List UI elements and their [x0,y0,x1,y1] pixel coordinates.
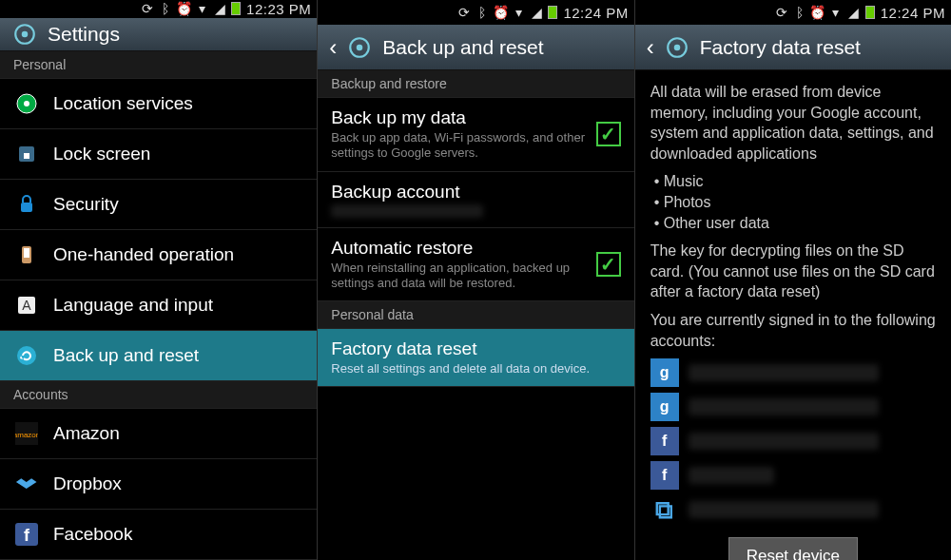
title-bar: ‹ Factory data reset [635,25,951,70]
row-label: Automatic restore [331,238,586,259]
row-label: Backup account [331,182,620,203]
svg-text:A: A [22,298,31,313]
row-desc: Reset all settings and delete all data o… [331,361,620,377]
sync-icon: ⟳ [141,2,154,15]
dropbox-icon: ⧉ [650,495,679,524]
checkbox[interactable] [596,122,621,146]
item-label: Back up and reset [53,345,199,366]
item-label: One-handed operation [53,244,234,265]
back-icon[interactable]: ‹ [647,34,654,61]
svg-rect-8 [24,248,29,258]
bullet-item: Photos [654,192,936,213]
settings-gear-icon [11,21,38,48]
row-backup-my-data[interactable]: Back up my data Back up app data, Wi-Fi … [318,98,633,172]
svg-rect-6 [21,203,32,212]
status-icons: ⟳ ᛒ ⏰ ▾ ◢ [775,6,875,19]
svg-point-3 [24,101,29,106]
battery-icon [231,2,241,15]
location-icon [13,90,40,117]
item-location-services[interactable]: Location services [0,79,317,129]
page-title: Factory data reset [700,36,861,59]
clock: 12:24 PM [563,5,628,21]
google-icon: g [650,393,679,421]
google-icon: g [650,358,679,387]
alarm-icon: ⏰ [177,2,190,15]
alarm-icon: ⏰ [494,6,507,19]
item-facebook[interactable]: f Facebook [0,510,317,560]
language-icon: A [13,292,40,319]
dropbox-icon [13,471,40,497]
sync-icon: ⟳ [775,6,788,19]
amazon-icon: amazon [13,420,40,447]
row-desc: Back up app data, Wi-Fi passwords, and o… [331,130,586,162]
signal-icon: ◢ [530,6,543,19]
reset-device-button[interactable]: Reset device [728,537,858,560]
section-personal: Personal [0,51,317,79]
lock-screen-icon [13,141,40,167]
title-bar: Settings [0,18,317,51]
svg-point-17 [357,44,363,50]
signal-icon: ◢ [213,2,226,15]
sd-note: The key for decrypting files on the SD c… [650,241,936,302]
backup-reset-icon [13,342,40,369]
item-one-handed[interactable]: One-handed operation [0,230,317,280]
facebook-icon: f [650,427,679,455]
svg-text:f: f [24,526,30,545]
page-title: Back up and reset [382,36,543,59]
settings-panel: ⟳ ᛒ ⏰ ▾ ◢ 12:23 PM Settings Personal Loc… [0,0,317,560]
signal-icon: ◢ [847,6,861,19]
back-icon[interactable]: ‹ [329,34,337,61]
item-label: Security [53,194,119,215]
item-lock-screen[interactable]: Lock screen [0,129,317,180]
facebook-icon: f [13,521,40,548]
redacted-account [331,204,483,218]
wifi-icon: ▾ [829,6,843,19]
one-handed-icon [13,241,40,268]
security-icon [13,191,40,218]
alarm-icon: ⏰ [811,6,825,19]
settings-gear-icon [346,34,373,61]
svg-text:amazon: amazon [15,431,38,439]
clock: 12:24 PM [881,5,945,21]
item-backup-reset[interactable]: Back up and reset [0,331,317,381]
row-automatic-restore[interactable]: Automatic restore When reinstalling an a… [318,228,633,302]
bullet-item: Music [654,171,936,192]
row-label: Factory data reset [331,338,620,359]
signed-in-text: You are currently signed in to the follo… [650,310,936,351]
redacted-account [689,364,879,381]
redacted-account [689,467,774,484]
row-factory-data-reset[interactable]: Factory data reset Reset all settings an… [318,329,633,387]
intro-text: All data will be erased from device memo… [650,82,936,164]
title-bar: ‹ Back up and reset [318,25,633,70]
battery-icon [548,6,557,19]
account-list: g g f f ⧉ [650,358,936,524]
item-amazon[interactable]: amazon Amazon [0,409,317,459]
item-label: Amazon [53,423,120,444]
account-row: g [650,393,936,421]
item-label: Lock screen [53,144,150,164]
item-label: Location services [53,93,193,114]
sync-icon: ⟳ [457,6,471,19]
item-label: Language and input [53,295,213,316]
account-row: f [650,461,936,490]
row-label: Back up my data [331,107,586,128]
bluetooth-icon: ᛒ [159,2,172,15]
status-bar: ⟳ ᛒ ⏰ ▾ ◢ 12:24 PM [318,0,633,25]
wifi-icon: ▾ [195,2,208,15]
svg-point-1 [22,31,29,38]
battery-icon [865,6,875,19]
bluetooth-icon: ᛒ [476,6,489,19]
item-security[interactable]: Security [0,180,317,230]
checkbox[interactable] [596,252,621,277]
item-dropbox[interactable]: Dropbox [0,459,317,510]
facebook-icon: f [650,461,679,490]
page-title: Settings [48,23,120,46]
status-icons: ⟳ ᛒ ⏰ ▾ ◢ [457,6,557,19]
backup-reset-panel: ⟳ ᛒ ⏰ ▾ ◢ 12:24 PM ‹ Back up and reset B… [317,0,633,560]
account-row: f [650,427,936,455]
svg-point-11 [17,346,36,365]
bullet-item: Other user data [654,213,936,234]
item-language-input[interactable]: A Language and input [0,280,317,331]
row-backup-account[interactable]: Backup account [318,172,633,228]
account-row: ⧉ [650,495,936,524]
